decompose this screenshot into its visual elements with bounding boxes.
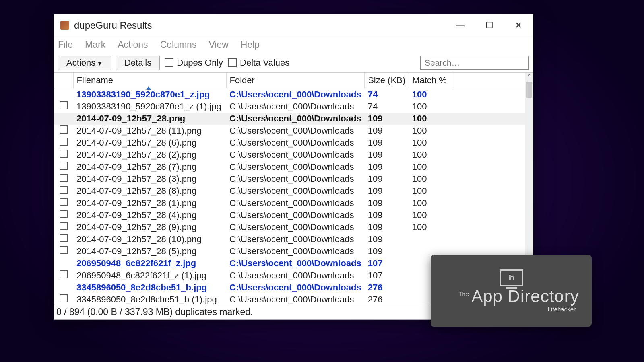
cell-match: 100 xyxy=(409,125,453,137)
table-row[interactable]: 2014-07-09_12h57_28 (4).pngC:\Users\ocen… xyxy=(54,209,533,221)
cell-folder: C:\Users\ocent_000\Downloads xyxy=(226,125,365,137)
checkbox-icon[interactable] xyxy=(60,174,68,182)
actions-dropdown[interactable]: Actions xyxy=(58,56,111,70)
menu-columns[interactable]: Columns xyxy=(160,39,197,50)
cell-folder: C:\Users\ocent_000\Downloads xyxy=(226,101,365,113)
checkbox-icon[interactable] xyxy=(60,138,68,146)
cell-size: 109 xyxy=(365,185,409,197)
cell-folder: C:\Users\ocent_000\Downloads xyxy=(226,137,365,149)
row-checkbox-cell xyxy=(54,88,73,101)
row-checkbox-cell[interactable] xyxy=(54,173,73,185)
titlebar[interactable]: dupeGuru Results — ☐ ✕ xyxy=(54,14,533,36)
menu-file[interactable]: File xyxy=(58,39,73,50)
cell-spacer xyxy=(453,197,533,209)
table-row[interactable]: 2014-07-09_12h57_28 (9).pngC:\Users\ocen… xyxy=(54,221,533,233)
table-row[interactable]: 2014-07-09_12h57_28.pngC:\Users\ocent_00… xyxy=(54,113,533,125)
table-row[interactable]: 13903383190_5920c870e1_z (1).jpgC:\Users… xyxy=(54,101,533,113)
checkbox-icon[interactable] xyxy=(60,246,68,254)
row-checkbox-cell[interactable] xyxy=(54,294,73,304)
cell-size: 74 xyxy=(365,101,409,113)
badge-line2: App Directory xyxy=(471,288,579,305)
checkbox-icon[interactable] xyxy=(60,101,68,109)
cell-filename: 2014-07-09_12h57_28 (4).png xyxy=(73,209,226,221)
maximize-button[interactable]: ☐ xyxy=(475,14,504,36)
cell-spacer xyxy=(453,137,533,149)
app-icon xyxy=(60,21,69,30)
cell-match xyxy=(409,233,453,245)
checkbox-icon[interactable] xyxy=(60,234,68,242)
cell-size: 109 xyxy=(365,137,409,149)
row-checkbox-cell[interactable] xyxy=(54,197,73,209)
row-checkbox-cell[interactable] xyxy=(54,137,73,149)
menu-mark[interactable]: Mark xyxy=(85,39,105,50)
badge-line1: The xyxy=(458,290,469,297)
col-size[interactable]: Size (KB) xyxy=(365,73,409,88)
col-filename[interactable]: Filename xyxy=(73,73,226,88)
checkbox-icon[interactable] xyxy=(60,186,68,194)
cell-match: 100 xyxy=(409,221,453,233)
checkbox-icon[interactable] xyxy=(60,222,68,230)
checkbox-icon[interactable] xyxy=(60,125,68,134)
cell-spacer xyxy=(453,185,533,197)
cell-spacer xyxy=(453,149,533,161)
table-row[interactable]: 2014-07-09_12h57_28 (8).pngC:\Users\ocen… xyxy=(54,185,533,197)
cell-size: 109 xyxy=(365,221,409,233)
row-checkbox-cell[interactable] xyxy=(54,245,73,257)
cell-spacer xyxy=(453,101,533,113)
col-folder[interactable]: Folder xyxy=(226,73,365,88)
col-checkbox[interactable] xyxy=(54,73,73,88)
table-row[interactable]: 2014-07-09_12h57_28 (10).pngC:\Users\oce… xyxy=(54,233,533,245)
checkbox-icon[interactable] xyxy=(60,210,68,218)
cell-folder: C:\Users\ocent_000\Downloads xyxy=(226,257,365,269)
checkbox-icon[interactable] xyxy=(60,162,68,170)
row-checkbox-cell[interactable] xyxy=(54,269,73,282)
cell-filename: 2014-07-09_12h57_28 (8).png xyxy=(73,185,226,197)
menu-view[interactable]: View xyxy=(208,39,228,50)
menu-help[interactable]: Help xyxy=(241,39,260,50)
checkbox-icon[interactable] xyxy=(60,294,68,302)
table-row[interactable]: 2014-07-09_12h57_28 (3).pngC:\Users\ocen… xyxy=(54,173,533,185)
row-checkbox-cell[interactable] xyxy=(54,149,73,161)
cell-filename: 2014-07-09_12h57_28 (5).png xyxy=(73,245,226,257)
row-checkbox-cell[interactable] xyxy=(54,185,73,197)
cell-match: 100 xyxy=(409,173,453,185)
cell-folder: C:\Users\ocent_000\Downloads xyxy=(226,88,365,101)
row-checkbox-cell[interactable] xyxy=(54,101,73,113)
scroll-up-icon[interactable]: ˄ xyxy=(525,73,533,81)
table-row[interactable]: 2014-07-09_12h57_28 (11).pngC:\Users\oce… xyxy=(54,125,533,137)
cell-folder: C:\Users\ocent_000\Downloads xyxy=(226,245,365,257)
scroll-thumb[interactable] xyxy=(526,82,532,98)
row-checkbox-cell[interactable] xyxy=(54,125,73,137)
cell-folder: C:\Users\ocent_000\Downloads xyxy=(226,282,365,294)
cell-spacer xyxy=(453,233,533,245)
details-button[interactable]: Details xyxy=(116,56,160,70)
dupes-only-checkbox[interactable]: Dupes Only xyxy=(165,58,223,68)
table-row[interactable]: 2014-07-09_12h57_28 (7).pngC:\Users\ocen… xyxy=(54,161,533,173)
checkbox-icon[interactable] xyxy=(60,270,68,278)
cell-match: 100 xyxy=(409,137,453,149)
close-button[interactable]: ✕ xyxy=(504,14,533,36)
cell-size: 109 xyxy=(365,209,409,221)
minimize-button[interactable]: — xyxy=(446,14,475,36)
row-checkbox-cell[interactable] xyxy=(54,161,73,173)
table-row[interactable]: 2014-07-09_12h57_28 (2).pngC:\Users\ocen… xyxy=(54,149,533,161)
row-checkbox-cell xyxy=(54,257,73,269)
row-checkbox-cell[interactable] xyxy=(54,233,73,245)
checkbox-icon[interactable] xyxy=(60,150,68,158)
cell-spacer xyxy=(453,173,533,185)
checkbox-icon[interactable] xyxy=(60,198,68,206)
table-row[interactable]: 2014-07-09_12h57_28 (6).pngC:\Users\ocen… xyxy=(54,137,533,149)
col-spacer xyxy=(453,73,533,88)
table-row[interactable]: 13903383190_5920c870e1_z.jpgC:\Users\oce… xyxy=(54,88,533,101)
cell-size: 109 xyxy=(365,149,409,161)
cell-filename: 13903383190_5920c870e1_z.jpg xyxy=(73,88,226,101)
col-match[interactable]: Match % xyxy=(409,73,453,88)
table-row[interactable]: 2014-07-09_12h57_28 (1).pngC:\Users\ocen… xyxy=(54,197,533,209)
delta-values-checkbox[interactable]: Delta Values xyxy=(228,58,289,68)
menu-actions[interactable]: Actions xyxy=(118,39,148,50)
row-checkbox-cell[interactable] xyxy=(54,209,73,221)
search-input[interactable] xyxy=(420,56,529,70)
checkbox-icon xyxy=(165,58,173,67)
cell-match: 100 xyxy=(409,88,453,101)
row-checkbox-cell[interactable] xyxy=(54,221,73,233)
